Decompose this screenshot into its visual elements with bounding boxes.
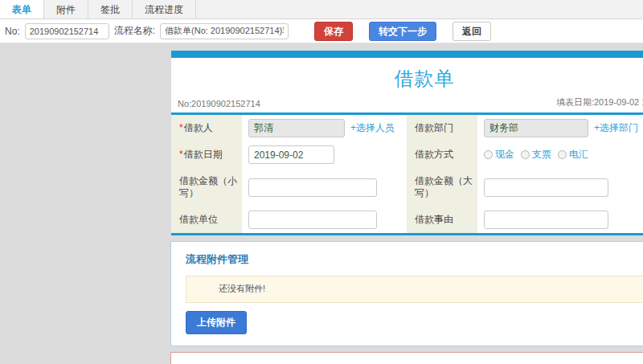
amount-uppercase-input[interactable] bbox=[484, 178, 608, 197]
panel-top-accent-bar bbox=[171, 51, 643, 58]
required-mark: * bbox=[179, 149, 183, 160]
process-name-label: 流程名称: bbox=[114, 24, 155, 38]
radio-circle-icon bbox=[558, 150, 567, 159]
loan-reason-input[interactable] bbox=[484, 211, 608, 229]
attachment-heading: 流程附件管理 bbox=[186, 252, 643, 267]
department-input[interactable] bbox=[484, 119, 588, 137]
no-label: No: bbox=[5, 26, 20, 37]
radio-cheque[interactable]: 支票 bbox=[521, 148, 551, 162]
loan-date-label: *借款日期 bbox=[171, 141, 242, 168]
fill-date: 填表日期:2019-09-02 15:27:1 bbox=[556, 96, 643, 108]
main-content: 借款单 No:20190902152714 填表日期:2019-09-02 15… bbox=[170, 50, 643, 364]
loan-method-radio-group: 现金 支票 电汇 bbox=[484, 148, 588, 162]
radio-circle-icon bbox=[484, 150, 493, 159]
radio-circle-icon bbox=[521, 150, 530, 159]
form-row-2: *借款日期 借款方式 现金 支票 bbox=[171, 141, 643, 168]
select-person-link[interactable]: +选择人员 bbox=[350, 121, 395, 135]
no-input[interactable] bbox=[25, 23, 109, 39]
loan-form-panel: 借款单 No:20190902152714 填表日期:2019-09-02 15… bbox=[170, 50, 643, 235]
back-button[interactable]: 返回 bbox=[453, 22, 491, 41]
form-row-4: 借款单位 借款事由 bbox=[171, 207, 643, 233]
action-toolbar: No: 流程名称: 保存 转交下一步 返回 bbox=[0, 19, 643, 43]
department-label: 借款部门 bbox=[407, 115, 477, 141]
tab-form[interactable]: 表单 bbox=[0, 0, 44, 18]
loan-unit-label: 借款单位 bbox=[171, 207, 242, 233]
tab-attachments[interactable]: 附件 bbox=[44, 0, 88, 18]
form-row-3: 借款金额（小写） 借款金额（大写） bbox=[171, 168, 643, 207]
tab-bar: 表单 附件 签批 流程进度 bbox=[0, 0, 643, 19]
form-title: 借款单 bbox=[171, 58, 643, 96]
process-name-input[interactable] bbox=[160, 23, 289, 39]
loan-method-label: 借款方式 bbox=[407, 141, 477, 168]
amount-lowercase-input[interactable] bbox=[248, 178, 377, 197]
loan-date-input[interactable] bbox=[248, 145, 334, 164]
radio-cash[interactable]: 现金 bbox=[484, 148, 514, 162]
amount-uppercase-label: 借款金额（大写） bbox=[407, 168, 477, 207]
radio-wire-transfer[interactable]: 电汇 bbox=[558, 148, 588, 162]
tab-approval[interactable]: 签批 bbox=[88, 0, 133, 18]
form-meta-row: No:20190902152714 填表日期:2019-09-02 15:27:… bbox=[171, 96, 643, 112]
doc-number: No:20190902152714 bbox=[178, 99, 260, 108]
tab-process-progress[interactable]: 流程进度 bbox=[133, 0, 196, 18]
required-mark: * bbox=[179, 122, 183, 133]
form-bottom-accent-bar bbox=[171, 233, 643, 235]
attachment-panel: 流程附件管理 还没有附件! 上传附件 bbox=[170, 241, 643, 346]
approval-panel: 流程签批意见 B I abc ✎ bbox=[170, 352, 643, 364]
select-department-link[interactable]: +选择部门 bbox=[594, 121, 638, 135]
borrower-input[interactable] bbox=[248, 119, 345, 137]
no-attachment-message: 还没有附件! bbox=[186, 276, 643, 303]
form-row-1: *借款人 +选择人员 借款部门 +选择部门 bbox=[171, 115, 643, 141]
loan-reason-label: 借款事由 bbox=[407, 207, 477, 233]
save-button[interactable]: 保存 bbox=[314, 22, 353, 41]
borrower-label: *借款人 bbox=[171, 115, 242, 141]
upload-attachment-button[interactable]: 上传附件 bbox=[186, 311, 247, 334]
amount-lowercase-label: 借款金额（小写） bbox=[171, 168, 242, 207]
forward-next-step-button[interactable]: 转交下一步 bbox=[369, 22, 436, 41]
loan-unit-input[interactable] bbox=[248, 211, 377, 229]
